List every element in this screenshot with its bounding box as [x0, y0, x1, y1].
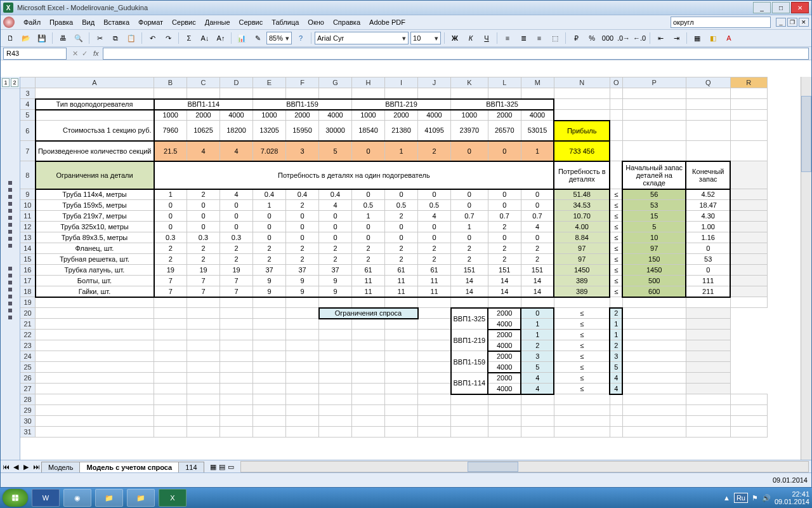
- menubar: Файл Правка Вид Вставка Формат Сервис Да…: [1, 15, 811, 30]
- print-icon[interactable]: 🖶: [56, 31, 70, 45]
- tab-model[interactable]: Модель: [41, 462, 80, 472]
- help-search-input[interactable]: [671, 17, 771, 28]
- menu-edit[interactable]: Правка: [46, 17, 77, 27]
- underline-icon[interactable]: Ч: [480, 31, 494, 45]
- new-icon[interactable]: 🗋: [3, 31, 17, 45]
- bold-icon[interactable]: Ж: [448, 31, 462, 45]
- inner-minimize[interactable]: _: [776, 18, 786, 27]
- lang-indicator[interactable]: Ru: [734, 493, 748, 503]
- percent-icon[interactable]: %: [585, 31, 599, 45]
- inner-restore[interactable]: ❐: [787, 18, 797, 27]
- excel-icon: X: [3, 3, 13, 13]
- tab-next-icon[interactable]: ▶: [21, 462, 31, 472]
- dec-decimal-icon[interactable]: ←.0: [632, 31, 646, 45]
- sheet-tab-bar: ⏮ ◀ ▶ ⏭ Модель Модель с учетом спроса 11…: [1, 460, 811, 473]
- font-color-icon[interactable]: A: [722, 31, 736, 45]
- font-combo[interactable]: Arial Cyr▾: [315, 32, 409, 44]
- italic-icon[interactable]: К: [464, 31, 478, 45]
- start-button[interactable]: [3, 489, 28, 507]
- tray-volume-icon[interactable]: 🔊: [762, 494, 771, 502]
- help-search[interactable]: [671, 17, 771, 28]
- tray-flag-icon[interactable]: ⚑: [752, 494, 758, 502]
- currency-icon[interactable]: ₽: [569, 31, 583, 45]
- autosum-icon[interactable]: Σ: [182, 31, 196, 45]
- fx-icon[interactable]: fx: [93, 50, 99, 57]
- zoom-combo[interactable]: 85%▾: [266, 32, 292, 44]
- view-layout-icon[interactable]: ▤: [219, 463, 225, 471]
- enter-icon[interactable]: ✓: [80, 50, 89, 58]
- office-button[interactable]: [3, 17, 15, 28]
- fontsize-combo[interactable]: 10▾: [410, 32, 441, 44]
- paste-icon[interactable]: 📋: [124, 31, 138, 45]
- tab-model-demand[interactable]: Модель с учетом спроса: [79, 462, 179, 472]
- menu-format[interactable]: Формат: [134, 17, 167, 27]
- inc-indent-icon[interactable]: ⇥: [669, 31, 683, 45]
- vscroll-thumb[interactable]: [801, 96, 811, 172]
- task-word[interactable]: W: [32, 489, 60, 507]
- outline-level-2[interactable]: 2: [11, 78, 18, 87]
- redo-icon[interactable]: ↷: [161, 31, 175, 45]
- close-button[interactable]: ✕: [791, 2, 809, 13]
- drawing-icon[interactable]: ✎: [251, 31, 265, 45]
- menu-file[interactable]: Файл: [20, 17, 44, 27]
- menu-data[interactable]: Данные: [201, 17, 234, 27]
- name-box[interactable]: R43: [3, 48, 67, 60]
- comma-icon[interactable]: 000: [601, 31, 615, 45]
- open-icon[interactable]: 📂: [19, 31, 33, 45]
- app-window: X Microsoft Excel - Modelirovanie_Guduki…: [0, 0, 812, 488]
- sort-asc-icon[interactable]: A↓: [198, 31, 212, 45]
- view-break-icon[interactable]: ▭: [228, 463, 234, 471]
- outline-level-1[interactable]: 1: [2, 78, 10, 87]
- tab-first-icon[interactable]: ⏮: [1, 462, 11, 472]
- tab-prev-icon[interactable]: ◀: [11, 462, 21, 472]
- sort-desc-icon[interactable]: A↑: [214, 31, 228, 45]
- cut-icon[interactable]: ✂: [93, 31, 107, 45]
- task-explorer1[interactable]: 📁: [95, 489, 123, 507]
- task-chrome[interactable]: ◉: [63, 489, 91, 507]
- maximize-button[interactable]: □: [772, 2, 790, 13]
- save-icon[interactable]: 💾: [35, 31, 49, 45]
- preview-icon[interactable]: 🔍: [72, 31, 86, 45]
- outline-bar[interactable]: 12: [1, 77, 20, 460]
- menu-help[interactable]: Справка: [329, 17, 364, 27]
- tray-up-icon[interactable]: ▲: [723, 494, 730, 502]
- menu-tools[interactable]: Сервис: [168, 17, 200, 27]
- help-icon[interactable]: ?: [294, 31, 308, 45]
- menu-service[interactable]: Сервис: [235, 17, 267, 27]
- menu-adobe[interactable]: Adobe PDF: [365, 17, 409, 27]
- cancel-icon[interactable]: ✕: [70, 50, 80, 58]
- align-center-icon[interactable]: ≣: [516, 31, 530, 45]
- view-normal-icon[interactable]: ▦: [210, 463, 216, 471]
- task-explorer2[interactable]: 📁: [127, 489, 155, 507]
- worksheet[interactable]: 12 ABCDEFGHIJKLMNOPQR34Тип водоподогрева…: [1, 77, 811, 460]
- menu-insert[interactable]: Вставка: [100, 17, 133, 27]
- borders-icon[interactable]: ▦: [690, 31, 704, 45]
- toolbar-standard: 🗋 📂 💾 🖶 🔍 ✂ ⧉ 📋 ↶ ↷ Σ A↓ A↑ 📊 ✎ 85%▾ ? A…: [1, 30, 811, 47]
- formula-input[interactable]: [103, 48, 809, 60]
- inc-decimal-icon[interactable]: .0→: [617, 31, 631, 45]
- horizontal-scrollbar[interactable]: [240, 461, 809, 472]
- merge-icon[interactable]: ⬚: [548, 31, 562, 45]
- copy-icon[interactable]: ⧉: [108, 31, 122, 45]
- align-left-icon[interactable]: ≡: [501, 31, 514, 45]
- menu-table[interactable]: Таблица: [268, 17, 303, 27]
- hscroll-thumb[interactable]: [468, 462, 518, 472]
- menu-view[interactable]: Вид: [78, 17, 98, 27]
- chart-icon[interactable]: 📊: [235, 31, 249, 45]
- vertical-scrollbar[interactable]: [801, 77, 811, 460]
- clock[interactable]: 22:4109.01.2014: [775, 490, 809, 505]
- window-title: Microsoft Excel - Modelirovanie_Gudukina: [17, 4, 148, 11]
- tab-last-icon[interactable]: ⏭: [31, 462, 41, 472]
- system-tray[interactable]: ▲ Ru ⚑ 🔊 22:4109.01.2014: [723, 490, 809, 505]
- outline-dot[interactable]: [8, 181, 12, 185]
- undo-icon[interactable]: ↶: [145, 31, 159, 45]
- minimize-button[interactable]: _: [753, 2, 771, 13]
- dec-indent-icon[interactable]: ⇤: [653, 31, 667, 45]
- inner-close[interactable]: ✕: [799, 18, 809, 27]
- task-excel[interactable]: X: [159, 489, 187, 507]
- menu-window[interactable]: Окно: [304, 17, 328, 27]
- tab-114[interactable]: 114: [178, 462, 204, 472]
- fill-color-icon[interactable]: ◧: [706, 31, 720, 45]
- grid[interactable]: ABCDEFGHIJKLMNOPQR34Тип водоподогревател…: [20, 77, 768, 438]
- align-right-icon[interactable]: ≡: [532, 31, 546, 45]
